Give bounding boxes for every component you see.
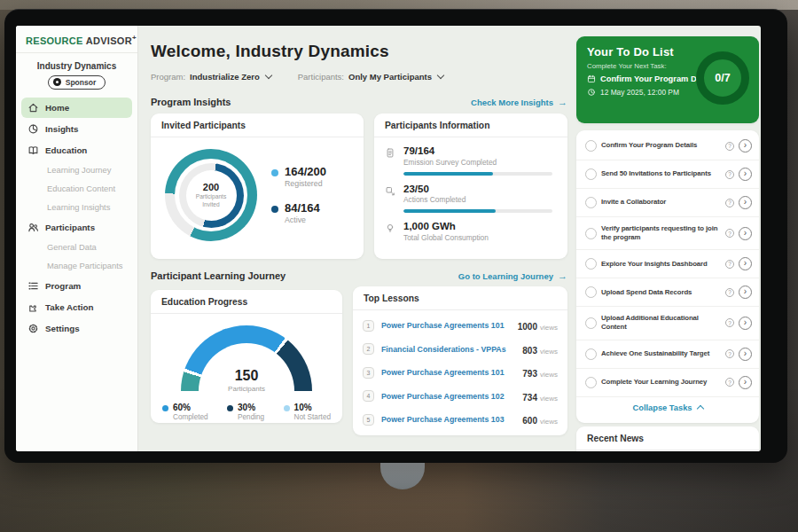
sidebar-item-program[interactable]: Program [21, 276, 132, 296]
go-to-learning-journey-link[interactable]: Go to Learning Journey → [458, 270, 567, 281]
lesson-link[interactable]: Financial Considerations - VPPAs [381, 345, 515, 354]
task-label: Complete Your Learning Journey [601, 378, 721, 387]
sidebar: RESOURCE ADVISOR+ Industry Dynamics Spon… [16, 26, 138, 451]
task-checkbox[interactable] [585, 286, 597, 298]
lesson-row[interactable]: 4 Power Purchase Agreements 102 734views [353, 385, 567, 409]
help-icon[interactable]: ? [725, 142, 734, 151]
help-icon[interactable]: ? [725, 260, 734, 269]
lesson-link[interactable]: Power Purchase Agreements 103 [381, 415, 515, 424]
completed-pct: 60% [173, 403, 208, 412]
actions-label: Actions Completed [403, 195, 552, 204]
sidebar-item-home[interactable]: Home [21, 98, 132, 118]
lesson-views-label: views [540, 418, 558, 426]
chevron-right-button[interactable]: › [739, 376, 752, 389]
sidebar-item-participants[interactable]: Participants [21, 217, 132, 238]
chevron-right-button[interactable]: › [739, 286, 752, 299]
sidebar-item-learning-journey[interactable]: Learning Journey [21, 161, 132, 179]
chevron-right-button[interactable]: › [739, 227, 752, 240]
chevron-right-button[interactable]: › [739, 168, 752, 181]
sidebar-item-insights[interactable]: Insights [21, 119, 132, 139]
monitor-bezel: RESOURCE ADVISOR+ Industry Dynamics Spon… [4, 9, 787, 463]
task-checkbox[interactable] [585, 168, 597, 180]
collapse-tasks-link[interactable]: Collapse Tasks [576, 397, 759, 416]
chevron-right-button[interactable]: › [739, 348, 752, 361]
lightbulb-icon [385, 223, 395, 234]
lesson-row[interactable]: 3 Power Purchase Agreements 101 793views [353, 361, 567, 385]
not-started-dot-icon [284, 405, 290, 411]
help-icon[interactable]: ? [725, 378, 734, 387]
program-filter-label: Program: [151, 72, 185, 82]
help-icon[interactable]: ? [725, 170, 734, 179]
help-icon[interactable]: ? [725, 349, 734, 358]
task-label: Upload Spend Data Records [601, 288, 721, 297]
sponsor-badge-label: Sponsor [66, 78, 96, 87]
sidebar-item-education[interactable]: Education [21, 140, 132, 160]
donut-center-label: Participants Invited [191, 193, 231, 207]
check-more-insights-link[interactable]: Check More Insights → [471, 97, 567, 107]
task-label: Upload Additional Educational Content [601, 314, 721, 332]
task-row[interactable]: Upload Additional Educational Content ? … [576, 307, 759, 340]
lesson-link[interactable]: Power Purchase Agreements 101 [381, 321, 511, 330]
task-checkbox[interactable] [585, 228, 597, 239]
lesson-row[interactable]: 2 Financial Considerations - VPPAs 803vi… [353, 338, 567, 362]
program-filter-dropdown[interactable]: Program: Industrialize Zero [151, 72, 271, 82]
task-checkbox[interactable] [585, 197, 597, 208]
sidebar-item-learning-insights[interactable]: Learning Insights [21, 199, 132, 216]
sidebar-item-general-data[interactable]: General Data [21, 239, 132, 256]
check-more-insights-label: Check More Insights [471, 98, 553, 107]
help-icon[interactable]: ? [725, 288, 734, 297]
task-row[interactable]: Upload Spend Data Records ? › [576, 278, 759, 307]
education-progress-card: Education Progress 150 Participants 60% [151, 290, 342, 423]
lesson-link[interactable]: Power Purchase Agreements 101 [381, 368, 515, 377]
clock-icon [587, 88, 596, 97]
page-title: Welcome, Industry Dynamics [151, 42, 389, 61]
legend-not-started: 10% Not Started [284, 403, 331, 421]
task-row[interactable]: Complete Your Learning Journey ? › [576, 369, 759, 397]
task-row[interactable]: Achieve One Sustainability Target ? › [576, 340, 759, 369]
task-checkbox[interactable] [585, 317, 597, 329]
consumption-value: 1,000 GWh [403, 221, 489, 232]
sidebar-nav: Home Insights Education Learning Journey [16, 90, 137, 339]
chevron-right-button[interactable]: › [739, 257, 752, 270]
chevron-right-button[interactable]: › [739, 196, 752, 209]
info-row-survey: 79/164 Emission Survey Completed [374, 137, 567, 176]
task-row[interactable]: Confirm Your Program Details ? › [576, 132, 759, 160]
chevron-right-button[interactable]: › [739, 317, 752, 330]
legend-active: 84/164 Active [271, 202, 326, 224]
sidebar-item-manage-participants[interactable]: Manage Participants [21, 257, 132, 275]
sidebar-item-settings[interactable]: Settings [21, 318, 132, 339]
lesson-views-label: views [540, 371, 558, 379]
consumption-label: Total Global Consumption [403, 233, 489, 242]
sidebar-item-take-action[interactable]: Take Action [21, 297, 132, 317]
lesson-row[interactable]: 5 Power Purchase Agreements 103 600views [353, 408, 567, 432]
participants-filter-dropdown[interactable]: Participants: Only My Participants [298, 72, 443, 82]
task-row[interactable]: Send 50 Invitations to Participants ? › [576, 160, 759, 189]
sidebar-item-label: Learning Insights [47, 202, 110, 212]
task-row[interactable]: Invite a Collaborator ? › [576, 189, 759, 217]
sidebar-item-label: Home [45, 103, 69, 113]
survey-icon [385, 147, 395, 159]
invited-participants-title: Invited Participants [151, 113, 364, 137]
sidebar-item-label: Manage Participants [47, 261, 122, 270]
lesson-link[interactable]: Power Purchase Agreements 102 [381, 392, 515, 401]
task-checkbox[interactable] [585, 140, 597, 152]
task-label: Confirm Your Program Details [601, 141, 721, 150]
lesson-views-label: views [540, 395, 558, 403]
help-icon[interactable]: ? [725, 318, 734, 327]
task-checkbox[interactable] [585, 377, 597, 388]
sidebar-item-education-content[interactable]: Education Content [21, 180, 132, 198]
task-row[interactable]: Verify participants requesting to join t… [576, 217, 759, 250]
sponsor-badge-icon [53, 78, 61, 86]
lesson-row[interactable]: 1 Power Purchase Agreements 101 1000view… [353, 314, 567, 338]
sidebar-item-label: Learning Journey [47, 165, 111, 175]
chevron-right-button[interactable]: › [739, 139, 752, 153]
help-icon[interactable]: ? [725, 229, 734, 238]
task-checkbox[interactable] [585, 348, 597, 360]
education-legend: 60% Completed 30% Pending [151, 393, 342, 421]
task-checkbox[interactable] [585, 258, 597, 270]
help-icon[interactable]: ? [725, 199, 734, 207]
brand-part2: ADVISOR [86, 35, 132, 46]
brand-part1: RESOURCE [26, 35, 83, 46]
survey-value: 79/164 [403, 145, 552, 157]
task-row[interactable]: Explore Your Insights Dashboard ? › [576, 250, 759, 278]
